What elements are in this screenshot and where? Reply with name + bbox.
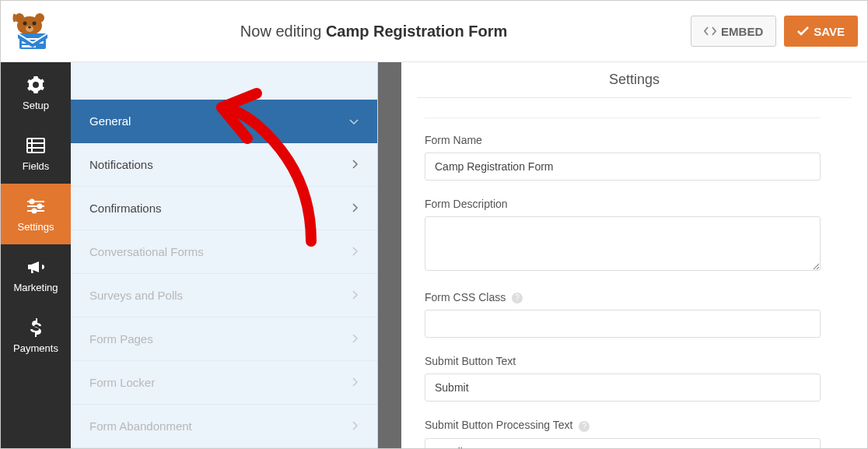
form-group-submit-processing: Submit Button Processing Text ? <box>425 419 821 448</box>
app-logo <box>10 12 57 51</box>
settings-item-formpages[interactable]: Form Pages <box>71 317 377 361</box>
topbar: Now editing Camp Registration Form EMBED… <box>1 1 867 62</box>
bullhorn-icon <box>26 257 46 277</box>
form-description-label: Form Description <box>425 198 821 210</box>
chevron-right-icon <box>352 376 359 390</box>
main: Setup Fields Settings Marketing Payments <box>1 62 867 448</box>
settings-item-label: Form Locker <box>89 376 155 389</box>
submit-text-label: Submit Button Text <box>425 355 821 367</box>
topbar-buttons: EMBED SAVE <box>691 16 858 47</box>
form-group-form-description: Form Description <box>425 198 821 274</box>
content-body: Form Name Form Description Form CSS Clas… <box>401 98 867 448</box>
settings-item-label: Form Pages <box>89 332 153 346</box>
content-area: Settings Form Name Form Description Form… <box>378 62 867 448</box>
settings-item-label: Conversational Forms <box>89 245 204 258</box>
chevron-right-icon <box>352 332 359 346</box>
dollar-icon <box>26 317 46 338</box>
svg-point-21 <box>33 209 37 212</box>
editing-prefix: Now editing <box>240 23 326 40</box>
sidebar-label: Settings <box>18 221 54 233</box>
submit-processing-label: Submit Button Processing Text ? <box>425 419 821 431</box>
form-description-input[interactable] <box>425 216 821 271</box>
page-title: Now editing Camp Registration Form <box>57 23 691 40</box>
embed-button[interactable]: EMBED <box>691 16 776 47</box>
svg-rect-12 <box>27 139 44 153</box>
sidebar-item-settings[interactable]: Settings <box>1 184 71 244</box>
settings-item-label: Notifications <box>89 158 153 171</box>
chevron-right-icon <box>352 245 359 259</box>
settings-item-label: Confirmations <box>89 202 162 215</box>
chevron-down-icon <box>349 114 359 128</box>
check-icon <box>797 25 809 38</box>
svg-point-17 <box>30 199 34 203</box>
sliders-icon <box>26 196 46 216</box>
settings-item-confirmations[interactable]: Confirmations <box>71 187 377 230</box>
sidebar-item-payments[interactable]: Payments <box>1 305 71 366</box>
sidebar-item-marketing[interactable]: Marketing <box>1 244 71 305</box>
form-group-form-name: Form Name <box>425 134 821 181</box>
settings-item-label: General <box>89 114 131 128</box>
svg-point-19 <box>38 204 42 208</box>
svg-point-3 <box>23 22 27 26</box>
settings-item-surveys[interactable]: Surveys and Polls <box>71 274 377 317</box>
settings-item-label: Form Abandonment <box>89 419 192 433</box>
gear-icon <box>26 75 46 95</box>
save-label: SAVE <box>814 25 845 38</box>
chevron-right-icon <box>352 158 359 172</box>
settings-item-conversational[interactable]: Conversational Forms <box>71 230 377 274</box>
chevron-right-icon <box>352 419 359 433</box>
settings-item-abandonment[interactable]: Form Abandonment <box>71 405 377 448</box>
code-icon <box>704 25 716 38</box>
svg-point-6 <box>28 26 31 29</box>
sidebar-label: Fields <box>23 160 50 172</box>
settings-item-general[interactable]: General <box>71 100 377 143</box>
panel-spacer <box>71 62 377 100</box>
settings-item-notifications[interactable]: Notifications <box>71 143 377 187</box>
embed-label: EMBED <box>721 25 763 38</box>
sidebar: Setup Fields Settings Marketing Payments <box>1 62 71 448</box>
content-header: Settings <box>417 62 852 98</box>
sidebar-item-setup[interactable]: Setup <box>1 62 71 123</box>
sidebar-label: Payments <box>13 342 58 354</box>
help-icon[interactable]: ? <box>512 293 523 303</box>
divider <box>425 118 821 118</box>
settings-item-formlocker[interactable]: Form Locker <box>71 361 377 405</box>
settings-panel: General Notifications Confirmations Conv… <box>71 62 378 448</box>
save-button[interactable]: SAVE <box>784 16 858 47</box>
content-inner: Settings Form Name Form Description Form… <box>401 62 867 448</box>
chevron-right-icon <box>352 289 359 303</box>
sidebar-item-fields[interactable]: Fields <box>1 123 71 184</box>
label-text: Form CSS Class <box>425 291 506 303</box>
submit-processing-input[interactable] <box>425 438 821 448</box>
submit-text-input[interactable] <box>425 374 821 402</box>
svg-point-4 <box>33 22 37 26</box>
sidebar-label: Marketing <box>13 282 58 293</box>
label-text: Submit Button Processing Text <box>425 419 572 431</box>
form-group-submit-text: Submit Button Text <box>425 355 821 402</box>
help-icon[interactable]: ? <box>579 421 590 432</box>
list-icon <box>26 135 46 156</box>
settings-item-label: Surveys and Polls <box>89 289 183 302</box>
form-name-label: Form Name <box>425 134 821 146</box>
form-group-css-class: Form CSS Class ? <box>425 291 821 338</box>
form-css-class-input[interactable] <box>425 310 821 338</box>
form-title-text: Camp Registration Form <box>326 23 507 40</box>
sidebar-label: Setup <box>23 100 49 111</box>
chevron-right-icon <box>352 202 359 216</box>
form-css-class-label: Form CSS Class ? <box>425 291 821 303</box>
form-name-input[interactable] <box>425 153 821 181</box>
